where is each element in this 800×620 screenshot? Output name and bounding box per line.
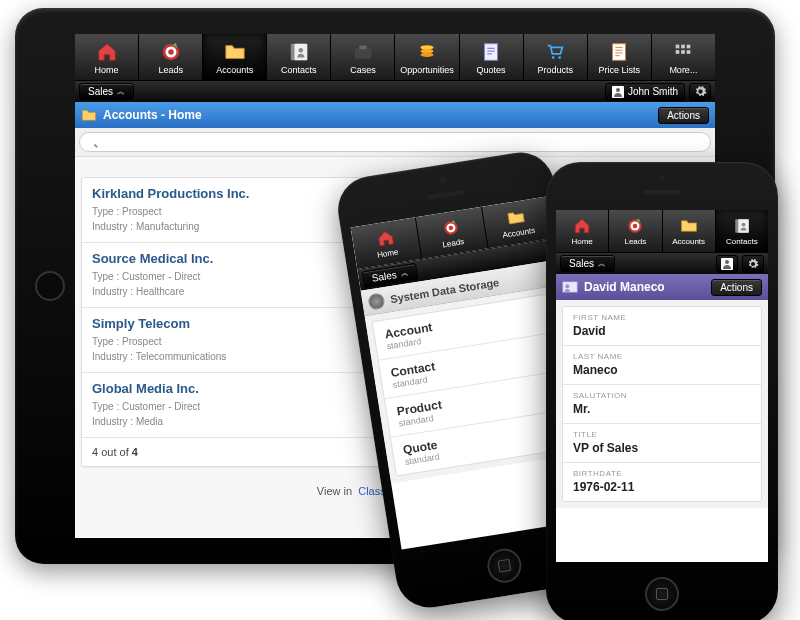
svg-point-22 (616, 88, 620, 92)
detail-row: SALUTATION Mr. (563, 385, 761, 424)
phone-speaker (427, 189, 465, 200)
nav-item-pricelists[interactable]: Price Lists (588, 34, 652, 80)
search-input[interactable] (79, 132, 711, 152)
field-label: TITLE (573, 430, 751, 439)
nav-item-contacts[interactable]: Contacts (267, 34, 331, 80)
home-button[interactable] (645, 577, 679, 611)
svg-point-35 (565, 284, 569, 288)
user-button[interactable] (716, 255, 738, 273)
chevron-up-icon: ︽ (117, 86, 125, 97)
svg-rect-19 (682, 50, 686, 54)
nav-label: Contacts (281, 65, 317, 75)
nav-label: More... (669, 65, 697, 75)
phone-speaker (643, 190, 681, 195)
nav-item-leads[interactable]: Leads (609, 210, 662, 252)
target-icon (625, 217, 645, 235)
cases-icon (351, 41, 375, 63)
phone2-screen: Home Leads Accounts Contacts Sales ︽ (556, 210, 768, 562)
svg-point-10 (421, 52, 434, 57)
nav-item-more[interactable]: More... (652, 34, 715, 80)
sales-selector[interactable]: Sales ︽ (560, 255, 615, 272)
actions-button[interactable]: Actions (711, 279, 762, 296)
svg-rect-6 (355, 48, 372, 58)
nav-label: Contacts (726, 237, 758, 246)
target-icon (159, 41, 183, 63)
doc-icon (479, 41, 503, 63)
svg-rect-17 (687, 44, 691, 48)
sales-selector[interactable]: Sales ︽ (79, 83, 134, 100)
chevron-up-icon: ︽ (400, 267, 410, 279)
field-value: 1976-02-11 (573, 480, 751, 494)
gear-icon (747, 258, 759, 270)
svg-rect-11 (485, 43, 498, 60)
svg-point-13 (558, 56, 561, 59)
folder-icon (223, 41, 247, 63)
nav-item-home[interactable]: Home (75, 34, 139, 80)
svg-rect-14 (613, 43, 626, 60)
nav-label: Leads (158, 65, 183, 75)
folder-icon (679, 217, 699, 235)
home-icon (95, 41, 119, 63)
svg-rect-16 (682, 44, 686, 48)
user-icon (612, 86, 624, 98)
phone-camera (659, 175, 665, 181)
target-icon (440, 217, 463, 238)
cart-icon (543, 41, 567, 63)
nav-item-leads[interactable]: Leads (139, 34, 203, 80)
tablet-home-button[interactable] (35, 271, 65, 301)
gear-icon (694, 85, 707, 98)
settings-button[interactable] (742, 255, 764, 273)
page-header: David Maneco Actions (556, 274, 768, 300)
settings-button[interactable] (689, 83, 711, 101)
svg-point-5 (298, 47, 303, 52)
field-label: LAST NAME (573, 352, 751, 361)
storage-icon (367, 292, 385, 310)
field-value: David (573, 324, 751, 338)
nav-item-cases[interactable]: Cases (331, 34, 395, 80)
nav-item-contacts[interactable]: Contacts (716, 210, 768, 252)
contacts-icon (287, 41, 311, 63)
user-chip[interactable]: John Smith (605, 83, 685, 101)
folder-icon (81, 107, 97, 123)
nav-item-accounts[interactable]: Accounts (203, 34, 267, 80)
nav-label: Cases (350, 65, 376, 75)
field-label: FIRST NAME (573, 313, 751, 322)
sub-bar: Sales ︽ John Smith (75, 80, 715, 102)
sales-label: Sales (88, 86, 113, 97)
nav-item-products[interactable]: Products (524, 34, 588, 80)
nav-label: Accounts (216, 65, 253, 75)
field-label: BIRTHDATE (573, 469, 751, 478)
nav-label: Quotes (477, 65, 506, 75)
phone-camera (440, 177, 447, 184)
nav-label: Home (571, 237, 592, 246)
nav-label: Home (377, 247, 399, 259)
nav-label: Accounts (672, 237, 705, 246)
contact-card-icon (562, 279, 578, 295)
svg-rect-15 (676, 44, 680, 48)
detail-row: TITLE VP of Sales (563, 424, 761, 463)
nav-item-accounts[interactable]: Accounts (663, 210, 716, 252)
nav-item-home[interactable]: Home (556, 210, 609, 252)
svg-point-33 (725, 260, 729, 264)
svg-point-28 (633, 224, 638, 229)
folder-icon (505, 207, 528, 228)
nav-item-quotes[interactable]: Quotes (460, 34, 524, 80)
user-name: John Smith (628, 86, 678, 97)
nav-item-opportunities[interactable]: Opportunities (395, 34, 459, 80)
svg-rect-7 (359, 45, 366, 49)
nav-bar: Home Leads Accounts Contacts Cases Oppor… (75, 34, 715, 80)
detail-row: FIRST NAME David (563, 307, 761, 346)
coins-icon (415, 41, 439, 63)
home-icon (374, 228, 397, 249)
field-value: Maneco (573, 363, 751, 377)
svg-point-2 (168, 49, 174, 55)
home-icon (572, 217, 592, 235)
svg-rect-20 (687, 50, 691, 54)
home-button[interactable] (485, 546, 524, 585)
actions-button[interactable]: Actions (658, 107, 709, 124)
field-label: SALUTATION (573, 391, 751, 400)
svg-rect-18 (676, 50, 680, 54)
detail-row: BIRTHDATE 1976-02-11 (563, 463, 761, 501)
grid-icon (671, 41, 695, 63)
nav-label: Opportunities (400, 65, 454, 75)
